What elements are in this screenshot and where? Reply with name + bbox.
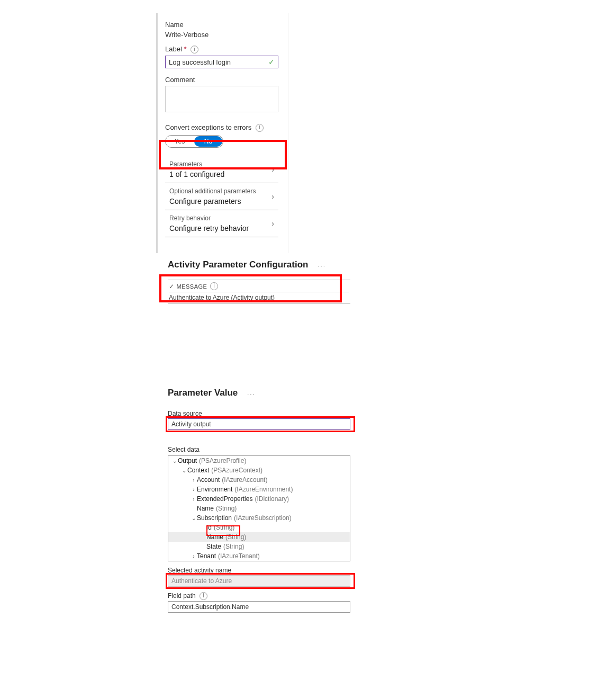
tree-node-name: Account [197,476,220,484]
panel-title: Activity Parameter Configuration [168,259,308,270]
convert-label-text: Convert exceptions to errors [165,123,251,131]
parameters-label: Parameters [169,160,274,168]
tree-node-name: Subscription [197,514,232,522]
tree-node-type: (String) [223,543,244,550]
tree-row-name[interactable]: Name(String) [168,532,350,542]
check-icon: ✓ [169,283,175,290]
label-field-label: Label * i [165,45,288,53]
chevron-down-icon[interactable]: ⌄ [191,515,197,521]
chevron-down-icon[interactable]: ⌄ [171,458,178,464]
label-input-value: Log successful login [169,58,268,66]
tree-node-name: Context [187,467,209,474]
field-path-label-text: Field path [168,592,196,599]
info-icon[interactable]: i [256,124,264,132]
selected-activity-label: Selected activity name [168,567,350,574]
field-path-input[interactable]: Context.Subscription.Name [168,601,350,613]
data-source-label: Data source [168,410,350,417]
tree-node-type: (String) [225,533,246,541]
tree-node-name: State [206,543,221,550]
tree-row-environment[interactable]: ›Environment(IAzureEnvironment) [168,485,350,494]
tree-row-name[interactable]: Name(String) [168,504,350,513]
convert-label: Convert exceptions to errors i [165,123,288,132]
tree-node-name: Name [206,533,223,541]
optional-params-item[interactable]: Optional additional parameters Configure… [165,183,278,210]
tree-node-name: Name [197,505,214,512]
toggle-no[interactable]: No [194,136,222,147]
tree-node-type: (IAzureAccount) [222,476,267,484]
label-text: Label [165,45,182,53]
tree-row-tenant[interactable]: ›Tenant(IAzureTenant) [168,551,350,561]
retry-behavior-item[interactable]: Retry behavior Configure retry behavior … [165,210,278,237]
toggle-yes[interactable]: Yes [166,138,194,145]
tree-node-name: Output [178,457,197,464]
tree-row-context[interactable]: ⌄Context(PSAzureContext) [168,466,350,475]
required-asterisk: * [184,45,186,53]
field-path-value: Context.Subscription.Name [171,603,249,611]
tree-node-type: (IDictionary) [255,495,289,503]
tree-node-name: Tenant [197,552,216,560]
tree-node-name: Environment [197,486,232,493]
parameters-item[interactable]: Parameters 1 of 1 configured › [165,156,278,183]
tree-node-type: (String) [216,505,237,512]
chevron-right-icon[interactable]: › [191,487,197,493]
info-icon[interactable]: i [210,282,218,290]
check-icon: ✓ [268,58,275,66]
chevron-down-icon[interactable]: ⌄ [181,468,187,473]
comment-label: Comment [165,76,288,84]
message-block[interactable]: ✓ MESSAGE i Authenticate to Azure (Activ… [168,280,350,304]
info-icon[interactable]: i [191,46,198,53]
chevron-right-icon[interactable]: › [191,496,197,502]
activity-config-panel: Name Write-Verbose Label * i Log success… [156,13,288,253]
comment-input[interactable] [165,86,278,112]
field-path-label: Field path i [168,592,350,600]
tree-row-account[interactable]: ›Account(IAzureAccount) [168,475,350,485]
name-value: Write-Verbose [165,31,288,39]
tree-row-output[interactable]: ⌄Output(PSAzureProfile) [168,456,350,466]
parameters-value: 1 of 1 configured [169,170,274,178]
chevron-right-icon: › [271,219,274,228]
data-source-input[interactable]: Activity output [168,418,350,430]
tree-node-type: (IAzureTenant) [218,552,260,560]
selected-activity-value: Authenticate to Azure [171,577,232,585]
tree-node-type: (PSAzureProfile) [199,457,246,464]
message-header: ✓ MESSAGE i [169,282,349,292]
tree-row-id[interactable]: Id(String) [168,523,350,532]
chevron-right-icon[interactable]: › [191,477,197,483]
select-data-label: Select data [168,446,350,453]
ellipsis-icon[interactable]: ··· [247,390,256,398]
message-value: Authenticate to Azure (Activity output) [169,294,349,301]
data-source-value: Activity output [171,420,211,428]
tree-row-subscription[interactable]: ⌄Subscription(IAzureSubscription) [168,513,350,523]
message-header-text: MESSAGE [177,283,207,290]
name-label: Name [165,21,288,29]
optional-params-label: Optional additional parameters [169,187,274,195]
optional-params-value: Configure parameters [169,197,274,205]
retry-behavior-value: Configure retry behavior [169,224,274,232]
panel-title: Parameter Value [168,388,238,398]
tree-node-type: (String) [214,524,234,531]
activity-parameter-config-panel: Activity Parameter Configuration ··· ✓ M… [168,259,350,304]
parameter-value-panel: Parameter Value ··· Data source Activity… [168,388,350,613]
ellipsis-icon[interactable]: ··· [318,262,326,270]
label-input[interactable]: Log successful login ✓ [165,56,278,68]
chevron-right-icon[interactable]: › [191,553,197,559]
info-icon[interactable]: i [200,592,207,600]
tree-node-type: (PSAzureContext) [211,467,262,474]
tree-node-name: Id [206,524,212,531]
tree-row-state[interactable]: State(String) [168,542,350,551]
select-data-tree[interactable]: ⌄Output(PSAzureProfile)⌄Context(PSAzureC… [168,455,350,561]
retry-behavior-label: Retry behavior [169,214,274,222]
convert-toggle[interactable]: Yes No [165,135,223,148]
tree-node-type: (IAzureEnvironment) [234,486,293,493]
tree-row-extendedproperties[interactable]: ›ExtendedProperties(IDictionary) [168,494,350,504]
chevron-right-icon: › [271,165,274,174]
tree-node-name: ExtendedProperties [197,495,252,503]
tree-node-type: (IAzureSubscription) [234,514,292,522]
chevron-right-icon: › [271,192,274,201]
selected-activity-input: Authenticate to Azure [168,575,350,587]
